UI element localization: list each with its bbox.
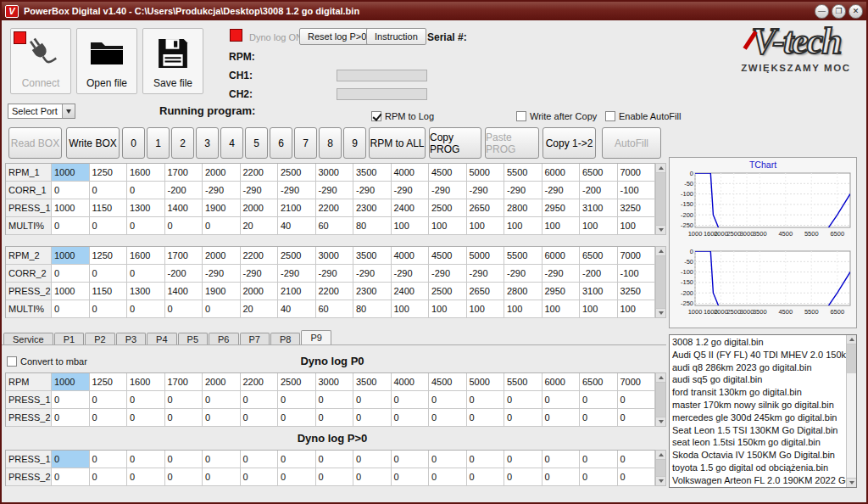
scroll-down-icon[interactable] — [656, 476, 665, 485]
cell-RPM-7[interactable]: 3000 — [316, 373, 354, 391]
cell-MULTI%-8[interactable]: 80 — [353, 217, 392, 235]
reset-log-button[interactable]: Reset log P>0 — [299, 28, 375, 45]
cell-PRESS_2-3[interactable]: 1400 — [165, 283, 203, 300]
cell-RPM_1-12[interactable]: 5500 — [504, 164, 542, 182]
cell-PRESS_2-13[interactable]: 2950 — [542, 283, 581, 300]
cell-MULTI%-15[interactable]: 100 — [618, 217, 656, 235]
cell-RPM-3[interactable]: 1700 — [165, 373, 203, 391]
cell-PRESS_2-1[interactable]: 0 — [90, 468, 128, 486]
cell-RPM-15[interactable]: 7000 — [618, 373, 656, 391]
file-item[interactable]: Audi Q5 II (FY FL) 40 TDI MHEV 2.0 150kW… — [670, 349, 846, 361]
tab-service[interactable]: Service — [3, 333, 53, 345]
cell-PRESS_1-1[interactable]: 1150 — [90, 199, 128, 217]
cell-PRESS_1-14[interactable]: 0 — [580, 451, 618, 468]
cell-PRESS_1-12[interactable]: 0 — [504, 391, 542, 409]
cell-CORR_1-13[interactable]: -290 — [542, 182, 581, 199]
cell-PRESS_2-10[interactable]: 0 — [429, 468, 467, 486]
cell-PRESS_1-9[interactable]: 0 — [392, 391, 430, 409]
cell-MULTI%-1[interactable]: 0 — [90, 217, 128, 235]
cell-CORR_2-12[interactable]: -290 — [504, 265, 542, 283]
maximize-button[interactable]: ❐ — [832, 4, 846, 19]
cell-MULTI%-15[interactable]: 100 — [618, 300, 656, 318]
cell-MULTI%-4[interactable]: 0 — [203, 217, 241, 235]
cell-RPM_2-10[interactable]: 4500 — [429, 247, 467, 265]
cell-CORR_1-3[interactable]: -200 — [165, 182, 203, 199]
save-file-button[interactable]: Save file — [142, 28, 203, 94]
cell-PRESS_2-13[interactable]: 0 — [542, 468, 581, 486]
scrollbar-thumb[interactable] — [656, 383, 665, 417]
cell-CORR_1-7[interactable]: -290 — [316, 182, 354, 199]
cell-MULTI%-10[interactable]: 100 — [429, 300, 467, 318]
cell-MULTI%-9[interactable]: 100 — [392, 300, 430, 318]
cell-PRESS_1-7[interactable]: 2200 — [316, 199, 354, 217]
tab-p1[interactable]: P1 — [54, 333, 84, 345]
cell-RPM_1-14[interactable]: 6500 — [580, 164, 618, 182]
file-item[interactable]: master 170km nowy silnik go digital.bin — [670, 399, 846, 412]
cell-PRESS_2-11[interactable]: 0 — [467, 468, 505, 486]
cell-PRESS_2-12[interactable]: 2800 — [504, 283, 542, 300]
cell-PRESS_2-14[interactable]: 0 — [580, 468, 618, 486]
cell-RPM_2-4[interactable]: 2000 — [203, 247, 241, 265]
cell-CORR_1-2[interactable]: 0 — [127, 182, 165, 199]
file-item[interactable]: ford transit 130km go digital.bin — [670, 386, 846, 399]
cell-PRESS_2-9[interactable]: 2400 — [392, 283, 430, 300]
cell-PRESS_2-12[interactable]: 0 — [504, 468, 542, 486]
close-button[interactable]: ✕ — [849, 4, 863, 19]
cell-RPM_2-5[interactable]: 2200 — [241, 247, 279, 265]
file-item[interactable]: seat leon 1.5tsi 150km go digital.bin — [670, 436, 846, 449]
cell-PRESS_2-7[interactable]: 2200 — [316, 283, 354, 300]
scroll-up-icon[interactable] — [847, 335, 856, 344]
cell-RPM_2-13[interactable]: 6000 — [542, 247, 581, 265]
cell-PRESS_2-2[interactable]: 0 — [127, 468, 165, 486]
cell-PRESS_1-6[interactable]: 0 — [278, 451, 316, 468]
cell-CORR_2-15[interactable]: -100 — [618, 265, 656, 283]
cell-CORR_1-15[interactable]: -100 — [618, 182, 656, 199]
cell-PRESS_1-15[interactable]: 0 — [618, 451, 656, 468]
cell-PRESS_2-8[interactable]: 0 — [353, 409, 392, 427]
cell-PRESS_2-0[interactable]: 1000 — [52, 283, 90, 300]
cell-PRESS_2-11[interactable]: 2650 — [467, 283, 505, 300]
write-after-copy-checkbox[interactable]: Write after Copy — [516, 111, 597, 121]
cell-CORR_2-0[interactable]: 0 — [52, 265, 90, 283]
cell-RPM_1-15[interactable]: 7000 — [618, 164, 656, 182]
cell-RPM-13[interactable]: 6000 — [542, 373, 581, 391]
tab-p3[interactable]: P3 — [116, 333, 146, 345]
tab-p9[interactable]: P9 — [301, 330, 331, 345]
cell-MULTI%-2[interactable]: 0 — [127, 217, 165, 235]
cell-RPM_1-3[interactable]: 1700 — [165, 164, 203, 182]
cell-CORR_2-7[interactable]: -290 — [316, 265, 354, 283]
scroll-up-icon[interactable] — [656, 373, 665, 383]
cell-RPM_1-2[interactable]: 1600 — [127, 164, 165, 182]
cell-MULTI%-5[interactable]: 20 — [241, 217, 279, 235]
cell-PRESS_1-15[interactable]: 3250 — [618, 199, 656, 217]
cell-PRESS_1-4[interactable]: 0 — [203, 391, 241, 409]
cell-RPM_2-2[interactable]: 1600 — [127, 247, 165, 265]
digit-button-4[interactable]: 4 — [220, 127, 243, 159]
cell-PRESS_1-15[interactable]: 0 — [618, 391, 656, 409]
cell-PRESS_1-6[interactable]: 0 — [278, 391, 316, 409]
cell-CORR_2-13[interactable]: -290 — [542, 265, 581, 283]
cell-MULTI%-2[interactable]: 0 — [127, 300, 165, 318]
prog1-scrollbar[interactable] — [655, 163, 666, 235]
cell-RPM-0[interactable]: 1000 — [52, 373, 90, 391]
cell-MULTI%-7[interactable]: 60 — [316, 217, 354, 235]
file-item[interactable]: 3008 1.2 go digital.bin — [670, 336, 846, 349]
cell-CORR_2-4[interactable]: -290 — [203, 265, 241, 283]
cell-PRESS_1-13[interactable]: 2950 — [542, 199, 581, 217]
copy-prog-button[interactable]: Copy PROG — [429, 127, 481, 159]
cell-PRESS_1-11[interactable]: 2650 — [467, 199, 505, 217]
cell-PRESS_1-8[interactable]: 0 — [353, 391, 392, 409]
copy-1-2-button[interactable]: Copy 1->2 — [542, 127, 596, 159]
cell-RPM-6[interactable]: 2500 — [278, 373, 316, 391]
cell-PRESS_1-5[interactable]: 2000 — [241, 199, 279, 217]
cell-PRESS_2-2[interactable]: 1300 — [127, 283, 165, 300]
cell-RPM_2-7[interactable]: 3000 — [316, 247, 354, 265]
cell-RPM_1-11[interactable]: 5000 — [467, 164, 505, 182]
cell-PRESS_1-0[interactable]: 0 — [52, 391, 90, 409]
cell-PRESS_2-1[interactable]: 1150 — [90, 283, 128, 300]
digit-button-7[interactable]: 7 — [294, 127, 317, 159]
cell-CORR_2-14[interactable]: -200 — [580, 265, 618, 283]
cell-CORR_1-9[interactable]: -290 — [392, 182, 430, 199]
cell-PRESS_1-14[interactable]: 0 — [580, 391, 618, 409]
cell-RPM_1-5[interactable]: 2200 — [241, 164, 279, 182]
